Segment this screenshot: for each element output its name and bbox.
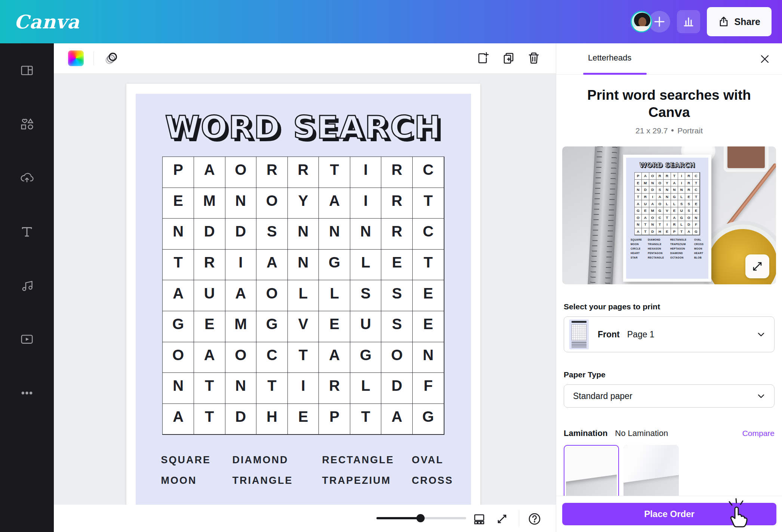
lamination-option-gloss[interactable] [624,445,679,501]
grid-cell: E [412,311,444,342]
word-item: DIAMOND [670,252,694,254]
sidebar-item-templates[interactable] [0,43,54,97]
panel-header: Letterheads [556,43,782,75]
zoom-slider-knob[interactable] [416,514,425,522]
page-number-label: Page 1 [627,330,655,340]
more-dots-icon [20,386,34,400]
color-picker-icon[interactable] [68,50,84,66]
word-item: MOON [694,247,704,250]
bar-chart-icon [682,15,695,28]
grid-cell: R [656,172,664,180]
grid-cell: R [256,157,288,188]
grid-cell: E [634,179,642,187]
word-item: RECTANGLE [648,256,670,259]
grid-cell: I [678,172,685,180]
grid-cell: A [641,172,649,180]
help-button[interactable] [527,511,542,526]
sidebar-item-uploads[interactable] [0,151,54,205]
word-list[interactable]: SQUAREDIAMONDRECTANGLEOVALMOONTRIANGLETR… [161,454,446,486]
preview-word-list: SQUAREDIAMONDRECTANGLEOVALMOONTRIANGLETR… [631,238,704,259]
duplicate-page-icon[interactable] [501,50,516,66]
paper-type-select[interactable]: Standard paper [564,384,775,408]
grid-cell: P [634,172,642,180]
grid-cell: T [318,157,350,188]
word-search-title[interactable]: WORD SEARCH [165,112,441,143]
compare-link[interactable]: Compare [742,429,775,438]
grid-cell: R [671,221,678,228]
share-label: Share [735,16,760,27]
insights-button[interactable] [677,10,700,33]
expand-preview-button[interactable] [745,254,769,278]
grid-cell: N [663,186,671,194]
preview-paper: WORD SEARCH PAORRTIRCEMNOYAIRTNDDSNNNRCT… [623,155,711,282]
grid-cell: N [663,193,671,201]
sidebar-item-elements[interactable] [0,97,54,151]
word-item: TRAPEZIUM [322,475,412,486]
word-item: CROSS [694,243,704,245]
letter-grid[interactable]: PAORRTIRCEMNOYAIRTNDDSNNNRCTRIANGLETAUAO… [162,157,444,435]
design-page[interactable]: WORD SEARCH PAORRTIRCEMNOYAIRTNDDSNNNRCT… [126,84,480,505]
word-item: DIAMOND [233,454,322,466]
transparency-icon[interactable] [104,50,119,66]
grid-cell: T [412,188,444,219]
fullscreen-button[interactable] [495,511,509,526]
canva-app: Canva Share [0,0,782,532]
grid-cell: T [256,372,288,404]
word-item: PENTAGON [648,252,670,254]
canva-logo[interactable]: Canva [10,11,80,33]
zoom-slider[interactable] [376,517,466,519]
grid-cell: N [225,372,257,404]
lamination-options [564,445,775,501]
grid-cell: O [656,200,664,207]
grid-cell: A [194,157,225,188]
pages-view-icon [472,512,486,526]
grid-cell: T [692,179,700,187]
grid-cell: F [692,221,700,228]
grid-cell: Y [663,179,671,187]
grid-cell: Y [287,188,319,219]
grid-cell: E [194,311,225,342]
videos-icon [20,332,34,346]
tab-letterheads[interactable]: Letterheads [588,53,631,63]
word-item: TRIANGLE [648,243,670,245]
page-background: WORD SEARCH PAORRTIRCEMNOYAIRTNDDSNNNRCT… [136,94,471,505]
grid-cell: N [412,342,444,373]
add-page-icon[interactable] [475,50,491,66]
tray-prop [724,146,769,172]
grid-cell: A [649,200,656,207]
avatar[interactable] [631,11,652,33]
grid-cell: D [225,403,257,435]
sidebar-item-more[interactable] [0,366,54,420]
grid-cell: R [685,179,692,187]
delete-icon[interactable] [526,50,542,66]
grid-cell: N [318,218,350,250]
word-item: OVAL [412,454,446,466]
design-toolbar [54,43,556,73]
grid-cell: A [634,200,642,207]
sidebar-item-videos[interactable] [0,312,54,366]
grid-cell: N [287,218,319,250]
grid-cell: E [287,403,319,435]
grid-cell: L [350,372,382,404]
sidebar-item-audio[interactable] [0,259,54,312]
grid-cell: D [225,218,257,250]
grid-cell: R [685,186,692,194]
grid-cell: C [692,172,700,180]
grid-cell: S [256,218,288,250]
grid-cell: D [381,372,413,404]
grid-cell: E [641,207,649,214]
tab-active-underline [583,73,647,75]
grid-cell: A [656,193,664,201]
word-item: TRIANGLE [233,475,322,486]
grid-cell: E [671,207,678,214]
lamination-option-none[interactable] [564,445,619,501]
pages-select[interactable]: Front Page 1 [564,316,775,352]
close-panel-button[interactable] [758,52,772,66]
share-button[interactable]: Share [707,7,772,36]
grid-cell: E [412,280,444,311]
grid-cell: G [162,311,194,342]
word-item: DIAMOND [648,238,670,241]
product-preview-image[interactable]: WORD SEARCH PAORRTIRCEMNOYAIRTNDDSNNNRCT… [562,146,776,284]
pages-view-button[interactable] [472,511,487,526]
sidebar-item-text[interactable] [0,205,54,259]
